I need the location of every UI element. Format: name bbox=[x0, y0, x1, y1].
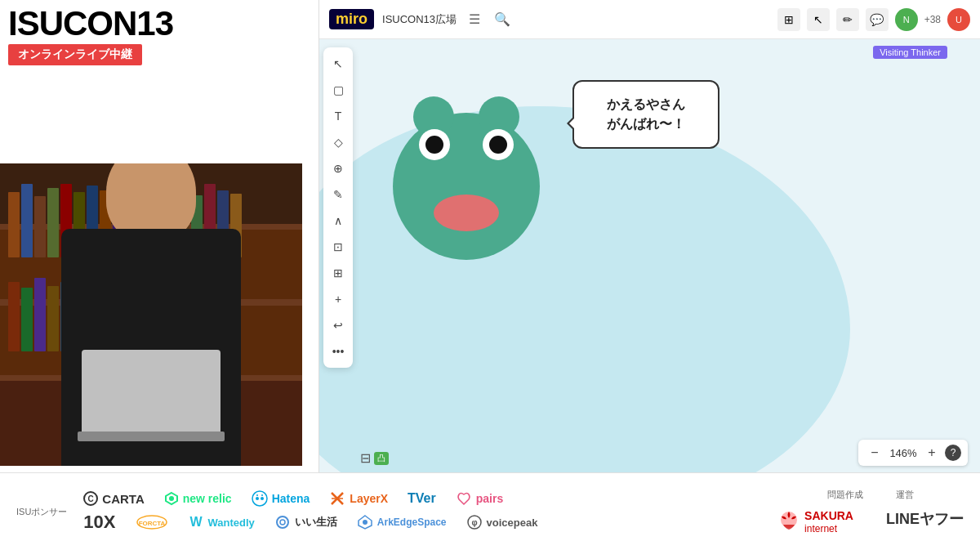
arkedge-text: ArkEdgeSpace bbox=[377, 516, 447, 528]
hatena-text: Hatena bbox=[272, 492, 310, 505]
iiseikatsu-icon bbox=[274, 514, 291, 530]
minimap-area[interactable]: ⊟ 凸 bbox=[360, 450, 389, 466]
arkedge-icon bbox=[357, 514, 373, 530]
sakura-logo-area: SAKURA internet bbox=[777, 509, 853, 534]
zoom-controls: − 146% + ? bbox=[858, 440, 968, 466]
table-tool[interactable]: ⊞ bbox=[327, 262, 350, 284]
svg-point-7 bbox=[256, 494, 258, 496]
carta-logo: C CARTA bbox=[83, 491, 144, 506]
visiting-thinker-tag: Visiting Thinker bbox=[873, 46, 947, 59]
svg-point-6 bbox=[261, 497, 264, 500]
miro-app-panel: miro ISUCON13広場 ☰ 🔍 ⊞ ↖ ✏ 💬 N +38 U ↖ ▢ … bbox=[318, 0, 980, 474]
isucon-branding: ISUCON13 オンラインライブ中継 bbox=[0, 0, 310, 94]
problem-section: 問題作成 bbox=[827, 489, 863, 501]
svg-text:φ: φ bbox=[471, 518, 477, 527]
pen-tool[interactable]: ✎ bbox=[327, 183, 350, 206]
shape-tool[interactable]: ◇ bbox=[327, 131, 350, 154]
cursor-icon[interactable]: ↖ bbox=[807, 8, 830, 31]
sponsors-logos: C CARTA new relic bbox=[83, 490, 777, 533]
lineyahoo-logo: LINEヤフー bbox=[886, 509, 964, 529]
grid-view-icon[interactable]: ⊞ bbox=[777, 8, 800, 31]
sticky-tool[interactable]: ⊕ bbox=[327, 157, 350, 180]
speech-line1: かえるやさん bbox=[607, 97, 685, 111]
line-tool[interactable]: ∧ bbox=[327, 209, 350, 232]
frog-character bbox=[393, 113, 540, 260]
svg-point-15 bbox=[277, 516, 288, 528]
hamburger-menu-icon[interactable]: ☰ bbox=[465, 10, 484, 29]
forcta-icon: FORCTA bbox=[136, 514, 168, 530]
zoom-out-button[interactable]: − bbox=[865, 443, 884, 463]
svg-point-8 bbox=[261, 494, 263, 496]
sponsors-row-2: 10X FORCTA W Wantedly bbox=[83, 512, 537, 533]
operation-section: 運営 bbox=[896, 489, 914, 501]
svg-text:W: W bbox=[189, 515, 203, 529]
svg-point-3 bbox=[169, 496, 174, 501]
avatar-n: N bbox=[895, 8, 918, 31]
edit-icon[interactable]: ✏ bbox=[836, 8, 859, 31]
svg-text:C: C bbox=[88, 494, 94, 503]
isucon-subtitle: オンラインライブ中継 bbox=[8, 44, 142, 65]
text-tool[interactable]: T bbox=[327, 105, 350, 127]
right-label-row-bottom: SAKURA internet LINEヤフー bbox=[777, 509, 964, 534]
iiseikatsu-text: いい生活 bbox=[295, 515, 337, 530]
minimap-badge: 凸 bbox=[374, 452, 389, 465]
avatar-user: U bbox=[947, 8, 970, 31]
right-label-row-top: 問題作成 運営 bbox=[827, 489, 914, 501]
frog-pupil-left bbox=[425, 136, 443, 154]
add-tool[interactable]: + bbox=[327, 288, 350, 311]
arkedgespace-logo: ArkEdgeSpace bbox=[357, 514, 447, 530]
frog-mouth bbox=[434, 195, 499, 231]
sponsors-row-1: C CARTA new relic bbox=[83, 490, 503, 507]
voicepeak-logo: φ voicepeak bbox=[466, 514, 538, 530]
right-labels: 問題作成 運営 SAKURA i bbox=[777, 489, 964, 534]
sakura-text-area: SAKURA internet bbox=[804, 509, 853, 534]
miro-breadcrumb[interactable]: ISUCON13広場 bbox=[382, 12, 457, 27]
sakura-icon bbox=[777, 510, 801, 534]
miro-logo: miro bbox=[329, 9, 374, 29]
search-icon[interactable]: 🔍 bbox=[492, 10, 512, 29]
frame-tool[interactable]: ▢ bbox=[327, 78, 350, 101]
avatar-count: +38 bbox=[924, 14, 941, 25]
zoom-in-button[interactable]: + bbox=[922, 443, 942, 463]
more-tool[interactable]: ••• bbox=[327, 340, 350, 363]
pairs-logo: pairs bbox=[456, 490, 503, 507]
undo-tool[interactable]: ↩ bbox=[327, 314, 350, 337]
map-icon[interactable]: ⊟ bbox=[360, 450, 371, 466]
isu-sponsor-label: ISUポンサー bbox=[16, 506, 67, 518]
zoom-level: 146% bbox=[888, 447, 919, 459]
isucon-title: ISUCON13 bbox=[8, 7, 172, 41]
zoom-help-button[interactable]: ? bbox=[945, 445, 961, 461]
layerx-icon bbox=[329, 490, 345, 507]
laptop-base bbox=[78, 432, 225, 441]
frog-eye-left bbox=[419, 129, 450, 160]
isu-sponsor-section: ISUポンサー bbox=[16, 506, 67, 518]
sakura-text-bottom: internet bbox=[804, 523, 853, 534]
frog-body bbox=[393, 113, 540, 260]
forcta-logo: FORCTA bbox=[136, 514, 168, 530]
wantedly-icon: W bbox=[188, 514, 204, 530]
chat-icon[interactable]: 💬 bbox=[866, 8, 889, 31]
carta-text: CARTA bbox=[102, 492, 144, 506]
miro-canvas[interactable]: ↖ ▢ T ◇ ⊕ ✎ ∧ ⊡ ⊞ + ↩ ••• Visiting Think… bbox=[319, 39, 980, 474]
voicepeak-text: voicepeak bbox=[487, 516, 538, 529]
pairs-icon bbox=[456, 490, 472, 507]
carta-icon: C bbox=[83, 491, 98, 506]
newrelic-icon bbox=[164, 491, 179, 506]
speech-bubble: かえるやさん がんばれ〜！ bbox=[572, 80, 719, 149]
sakura-text-top: SAKURA bbox=[804, 509, 853, 523]
speech-line2: がんばれ〜！ bbox=[607, 117, 685, 131]
miro-toolbar: miro ISUCON13広場 ☰ 🔍 ⊞ ↖ ✏ 💬 N +38 U bbox=[319, 0, 980, 39]
select-tool[interactable]: ↖ bbox=[327, 52, 350, 75]
pairs-text: pairs bbox=[476, 492, 503, 505]
svg-point-4 bbox=[252, 491, 267, 506]
problem-label: 問題作成 bbox=[827, 489, 863, 501]
frog-eye-right bbox=[483, 129, 514, 160]
layerx-logo: LayerX bbox=[329, 490, 388, 507]
laptop-screen bbox=[82, 350, 220, 432]
frog-eyes bbox=[419, 129, 514, 160]
webcam-feed bbox=[0, 163, 302, 466]
connector-tool[interactable]: ⊡ bbox=[327, 235, 350, 258]
person-area bbox=[16, 204, 286, 466]
isucon-logo-area: ISUCON13 オンラインライブ中継 bbox=[8, 7, 172, 65]
operation-label: 運営 bbox=[896, 489, 914, 501]
